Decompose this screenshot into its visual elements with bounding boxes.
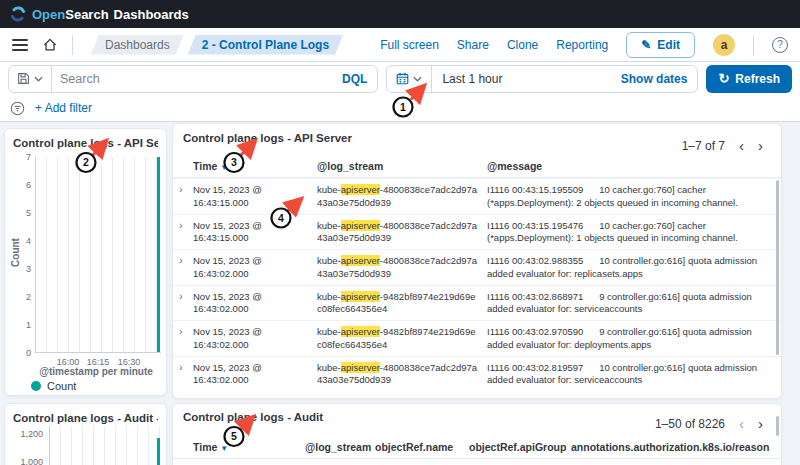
- highlight: apiserver: [341, 291, 380, 302]
- table-row[interactable]: › Nov 15, 2023 @ 16:43:02.000 kube-apise…: [173, 249, 781, 285]
- nav-divider: [72, 35, 73, 55]
- save-icon: [17, 72, 30, 85]
- filter-icon[interactable]: [10, 101, 25, 116]
- chart-plot-area: [49, 426, 161, 465]
- clone-link[interactable]: Clone: [507, 38, 538, 52]
- count-bar[interactable]: [157, 438, 160, 465]
- table-row[interactable]: › Nov 15, 2023 @ 16:43:15.000 kube-apise…: [173, 214, 781, 250]
- share-link[interactable]: Share: [457, 38, 489, 52]
- date-quick-select[interactable]: [387, 66, 432, 92]
- date-picker: Last 1 hour Show dates: [386, 65, 698, 93]
- panel-api-server-chart: Control plane logs - API Server - ... Co…: [4, 128, 167, 396]
- column-time[interactable]: Time▼: [193, 160, 317, 172]
- refresh-icon: ↻: [718, 72, 729, 85]
- table-header: Time▼ @log_stream @message: [173, 160, 781, 178]
- sort-desc-icon: ▼: [220, 444, 228, 453]
- expand-row-icon[interactable]: ›: [179, 184, 193, 214]
- chart-legend[interactable]: Count: [31, 380, 76, 392]
- highlight: apiserver: [341, 362, 380, 373]
- chevron-down-icon: [413, 76, 422, 82]
- chevron-down-icon: [34, 76, 43, 82]
- app-header: OpenSearch Dashboards: [0, 0, 800, 28]
- chart-plot-area: [35, 157, 161, 353]
- breadcrumb: Dashboards 2 - Control Plane Logs: [91, 35, 343, 55]
- column-time[interactable]: Time▼: [193, 441, 305, 453]
- table-row[interactable]: › Nov 15, 2023 @ 16:43:02.000 kube-apise…: [173, 285, 781, 321]
- time-range-value[interactable]: Last 1 hour: [432, 72, 620, 86]
- opensearch-logo-icon: [10, 6, 26, 22]
- filter-bar: + Add filter: [0, 95, 800, 122]
- nav-divider: [753, 35, 754, 55]
- pencil-icon: ✎: [641, 38, 651, 52]
- pagination-range: 1–7 of 7: [682, 139, 725, 153]
- next-page-icon[interactable]: ›: [758, 138, 763, 153]
- breadcrumb-dashboards[interactable]: Dashboards: [91, 35, 184, 55]
- x-axis-label: @timestamp per minute: [31, 366, 161, 377]
- add-filter-button[interactable]: + Add filter: [35, 101, 92, 115]
- column-objectref-name[interactable]: objectRef.name: [375, 441, 469, 453]
- panel-scrollbar[interactable]: [776, 180, 779, 355]
- expand-row-icon[interactable]: ›: [179, 291, 193, 321]
- expand-row-icon[interactable]: ›: [179, 326, 193, 356]
- refresh-button[interactable]: ↻ Refresh: [706, 65, 792, 93]
- panel-title: Control plane logs - API Server - ...: [13, 137, 158, 149]
- table-row[interactable]: › Nov 15, 2023 @ 16:43:02.000 kube-apise…: [173, 320, 781, 356]
- highlight: apiserver: [341, 255, 380, 266]
- full-screen-link[interactable]: Full screen: [380, 38, 439, 52]
- panel-api-server-table: Control plane logs - API Server 1–7 of 7…: [172, 123, 782, 399]
- expand-row-icon[interactable]: ›: [179, 362, 193, 392]
- breadcrumb-current-dashboard: 2 - Control Plane Logs: [188, 35, 343, 55]
- legend-label: Count: [47, 380, 76, 392]
- search-input[interactable]: [52, 72, 332, 86]
- menu-icon[interactable]: [12, 39, 28, 51]
- dql-selector[interactable]: DQL: [332, 72, 377, 86]
- panel-title: Control plane logs - Audit - Date ...: [13, 412, 158, 424]
- opensearch-dashboards-app: OpenSearch Dashboards Dashboards 2 - Con…: [0, 0, 800, 465]
- y-axis-tick: 1,000: [11, 457, 43, 465]
- brand-open: Open: [32, 7, 65, 22]
- panel-audit-chart: Control plane logs - Audit - Date ... 1,…: [4, 403, 167, 465]
- reporting-link[interactable]: Reporting: [556, 38, 608, 52]
- brand-dashboards: Dashboards: [114, 7, 189, 22]
- highlight: apiserver: [341, 326, 380, 337]
- column-log-stream[interactable]: @log_stream: [305, 441, 375, 453]
- expand-row-icon[interactable]: ›: [179, 220, 193, 250]
- sort-desc-icon: ▼: [220, 163, 228, 172]
- column-log-stream[interactable]: @log_stream: [317, 160, 487, 172]
- highlight: apiserver: [341, 184, 380, 195]
- table-row[interactable]: › Nov 15, 2023 @ 16:43:15.000 kube-apise…: [173, 178, 781, 214]
- brand-title: OpenSearch Dashboards: [32, 7, 189, 22]
- table-row[interactable]: › Nov 15, 2023 @ 16:43:02.000 kube-apise…: [173, 356, 781, 392]
- edit-button[interactable]: ✎ Edit: [626, 32, 695, 58]
- show-dates-button[interactable]: Show dates: [621, 72, 698, 86]
- pagination: 1–50 of 8226 ‹ ›: [655, 416, 763, 431]
- brand-search: Search: [65, 7, 108, 22]
- next-page-icon[interactable]: ›: [758, 416, 763, 431]
- prev-page-icon[interactable]: ‹: [739, 138, 744, 153]
- avatar[interactable]: a: [713, 34, 735, 56]
- panel-scrollbar[interactable]: [776, 416, 779, 436]
- count-bar[interactable]: [157, 157, 160, 352]
- highlight: apiserver: [341, 220, 380, 231]
- home-icon[interactable]: [42, 37, 58, 53]
- saved-query-menu[interactable]: [9, 66, 52, 92]
- pagination: 1–7 of 7 ‹ ›: [682, 138, 763, 153]
- y-axis-ticks: 7 6 5 4 3 2 1 0: [11, 152, 31, 358]
- table-header: Time▼ @log_stream objectRef.name objectR…: [173, 441, 781, 459]
- pagination-range: 1–50 of 8226: [655, 417, 725, 431]
- search-box: DQL: [8, 65, 378, 93]
- navbar: Dashboards 2 - Control Plane Logs Full s…: [0, 28, 800, 62]
- y-axis-tick: 1,200: [11, 429, 43, 439]
- expand-row-icon[interactable]: ›: [179, 255, 193, 285]
- legend-swatch: [31, 381, 41, 391]
- column-message[interactable]: @message: [487, 160, 771, 172]
- calendar-icon: [396, 72, 409, 85]
- column-authorization-reason[interactable]: annotations.authorization.k8s.io/reason: [571, 441, 771, 453]
- help-icon[interactable]: ?: [772, 37, 788, 53]
- column-objectref-apigroup[interactable]: objectRef.apiGroup: [469, 441, 571, 453]
- prev-page-icon[interactable]: ‹: [739, 416, 744, 431]
- panel-audit-table: Control plane logs - Audit 1–50 of 8226 …: [172, 403, 782, 465]
- query-bar: DQL Last 1 hour Show dates ↻ Refresh: [0, 62, 800, 95]
- dashboard-content: Control plane logs - API Server - ... Co…: [0, 122, 800, 465]
